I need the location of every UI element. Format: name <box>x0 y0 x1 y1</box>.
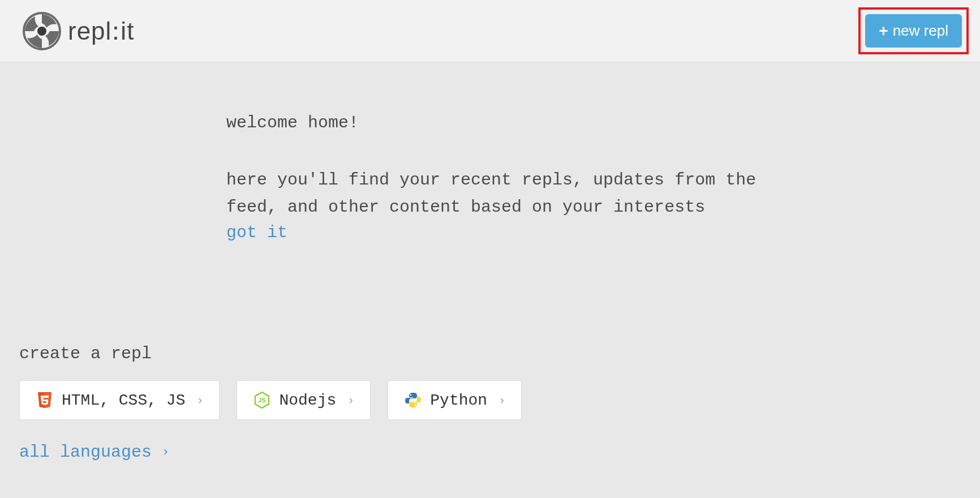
svg-point-4 <box>415 405 416 406</box>
all-languages-label: all languages <box>19 443 152 462</box>
new-repl-highlight: + new repl <box>858 7 969 54</box>
create-repl-section: create a repl HTML, CSS, JS › <box>0 344 980 462</box>
chevron-right-icon: › <box>347 394 354 407</box>
welcome-section: welcome home! here you'll find your rece… <box>0 113 792 242</box>
nodejs-icon: JS <box>253 391 271 409</box>
plus-icon: + <box>879 23 888 39</box>
chevron-right-icon: › <box>196 394 203 407</box>
new-repl-button[interactable]: + new repl <box>865 14 962 48</box>
lang-label: HTML, CSS, JS <box>62 392 185 409</box>
lang-card-html[interactable]: HTML, CSS, JS › <box>19 380 220 420</box>
svg-point-1 <box>37 27 46 36</box>
language-cards: HTML, CSS, JS › JS Nodejs › <box>19 380 980 420</box>
welcome-description: here you'll find your recent repls, upda… <box>226 166 792 221</box>
chevron-right-icon: › <box>162 445 169 460</box>
chevron-right-icon: › <box>498 394 505 407</box>
lang-label: Python <box>430 392 487 409</box>
header: repl꞉it + new repl <box>0 0 980 62</box>
replit-logo-icon <box>23 12 61 50</box>
lang-card-python[interactable]: Python › <box>388 380 522 420</box>
welcome-title: welcome home! <box>226 113 792 132</box>
svg-point-3 <box>410 394 412 396</box>
dismiss-link[interactable]: got it <box>226 223 287 242</box>
python-icon <box>404 391 422 409</box>
svg-text:JS: JS <box>259 397 266 403</box>
logo-text: repl꞉it <box>68 16 134 45</box>
logo[interactable]: repl꞉it <box>23 12 134 50</box>
all-languages-link[interactable]: all languages › <box>19 443 980 462</box>
lang-label: Nodejs <box>279 392 336 409</box>
lang-card-nodejs[interactable]: JS Nodejs › <box>237 380 371 420</box>
main-content: welcome home! here you'll find your rece… <box>0 62 980 462</box>
create-heading: create a repl <box>19 344 980 363</box>
html5-icon <box>36 391 54 409</box>
new-repl-label: new repl <box>893 22 948 40</box>
